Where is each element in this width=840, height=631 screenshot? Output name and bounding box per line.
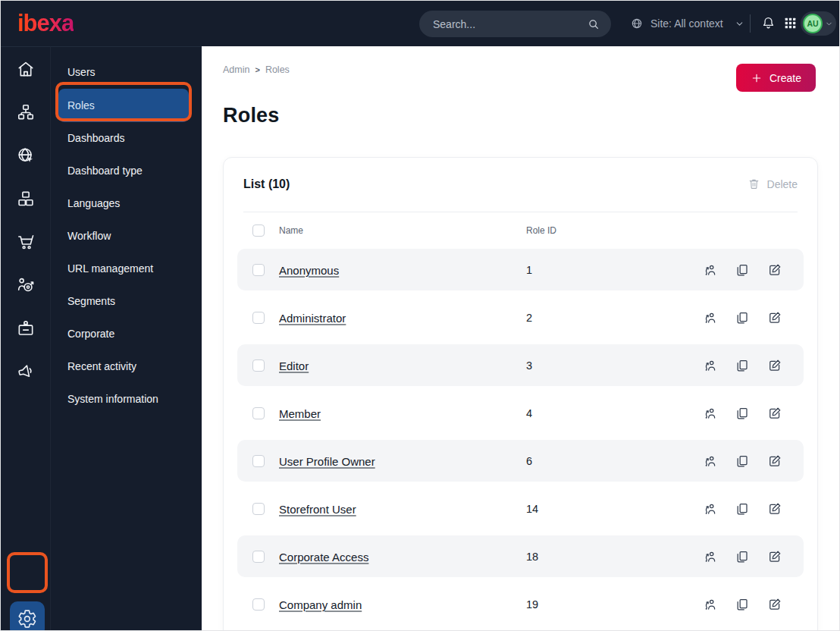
role-name-link[interactable]: Administrator bbox=[279, 311, 346, 324]
assign-user-icon[interactable] bbox=[702, 262, 717, 278]
site-globe-icon bbox=[16, 146, 36, 165]
create-button[interactable]: Create bbox=[736, 64, 816, 92]
search-input[interactable] bbox=[419, 18, 587, 30]
breadcrumb-roles[interactable]: Roles bbox=[265, 64, 290, 75]
menu-item-languages[interactable]: Languages bbox=[51, 187, 202, 220]
rail-item-personalization[interactable] bbox=[1, 263, 51, 306]
menu-item-segments[interactable]: Segments bbox=[51, 285, 202, 318]
edit-icon[interactable] bbox=[767, 262, 782, 278]
global-search[interactable] bbox=[419, 11, 611, 37]
table-row[interactable]: Member 4 bbox=[237, 392, 804, 434]
table-row[interactable]: Corporate Access 18 bbox=[237, 535, 804, 577]
role-id: 4 bbox=[526, 407, 532, 419]
copy-icon[interactable] bbox=[735, 549, 750, 564]
table-row[interactable]: Editor 3 bbox=[237, 344, 804, 386]
home-icon bbox=[16, 59, 36, 79]
role-name-link[interactable]: Editor bbox=[279, 359, 309, 372]
menu-item-recent-activity[interactable]: Recent activity bbox=[51, 350, 202, 383]
menu-item-corporate[interactable]: Corporate bbox=[51, 318, 202, 350]
row-checkbox[interactable] bbox=[252, 359, 265, 372]
assign-user-icon[interactable] bbox=[702, 358, 717, 373]
rail-item-marketing[interactable] bbox=[1, 350, 51, 393]
rail-item-commerce[interactable] bbox=[1, 220, 51, 263]
menu-item-roles[interactable]: Roles bbox=[58, 89, 189, 122]
table-row[interactable]: Storefront User 14 bbox=[237, 488, 804, 529]
site-context-label: Site: All context bbox=[650, 17, 723, 30]
row-actions bbox=[702, 358, 782, 373]
edit-icon[interactable] bbox=[767, 358, 782, 373]
cart-icon bbox=[16, 232, 36, 252]
row-checkbox[interactable] bbox=[252, 551, 265, 563]
rail-item-products[interactable] bbox=[1, 177, 51, 220]
role-name-link[interactable]: Company admin bbox=[279, 598, 362, 611]
rail-item-admin-settings[interactable] bbox=[10, 601, 45, 631]
edit-icon[interactable] bbox=[767, 597, 782, 612]
search-icon[interactable] bbox=[587, 17, 600, 31]
table-row[interactable]: Administrator 2 bbox=[237, 297, 804, 338]
edit-icon[interactable] bbox=[767, 549, 782, 564]
ibexa-logo[interactable]: ibexa bbox=[17, 10, 74, 37]
copy-icon[interactable] bbox=[735, 597, 750, 612]
copy-icon[interactable] bbox=[735, 454, 750, 469]
role-name-link[interactable]: User Profile Owner bbox=[279, 454, 375, 467]
assign-user-icon[interactable] bbox=[702, 597, 717, 612]
breadcrumb-separator: > bbox=[255, 65, 259, 74]
assign-user-icon[interactable] bbox=[702, 310, 717, 325]
avatar[interactable]: AU bbox=[803, 14, 823, 33]
menu-item-dashboards[interactable]: Dashboards bbox=[51, 122, 202, 155]
top-bar: ibexa Site: All context AU bbox=[1, 1, 840, 46]
megaphone-icon bbox=[16, 362, 36, 381]
site-context-selector[interactable]: Site: All context bbox=[630, 11, 744, 36]
select-all-checkbox[interactable] bbox=[252, 224, 265, 237]
table-row[interactable]: User Profile Owner 6 bbox=[237, 440, 804, 482]
role-id: 2 bbox=[526, 312, 532, 324]
copy-icon[interactable] bbox=[735, 358, 750, 373]
role-name-link[interactable]: Anonymous bbox=[279, 263, 339, 276]
assign-user-icon[interactable] bbox=[702, 501, 717, 516]
delete-button[interactable]: Delete bbox=[748, 177, 798, 190]
rail-item-content[interactable] bbox=[1, 90, 51, 133]
menu-item-workflow[interactable]: Workflow bbox=[51, 220, 202, 253]
row-actions bbox=[702, 454, 782, 469]
rail-item-corporate[interactable] bbox=[1, 306, 51, 350]
edit-icon[interactable] bbox=[767, 501, 782, 516]
rail-item-home[interactable] bbox=[1, 47, 51, 90]
row-checkbox[interactable] bbox=[252, 264, 265, 276]
breadcrumb-admin[interactable]: Admin bbox=[223, 64, 249, 75]
table-header: Name Role ID bbox=[237, 212, 804, 249]
assign-user-icon[interactable] bbox=[702, 549, 717, 564]
edit-icon[interactable] bbox=[767, 310, 782, 325]
role-name-link[interactable]: Corporate Access bbox=[279, 550, 368, 563]
assign-user-icon[interactable] bbox=[702, 454, 717, 469]
row-checkbox[interactable] bbox=[252, 503, 265, 515]
edit-icon[interactable] bbox=[767, 454, 782, 469]
user-menu[interactable]: AU bbox=[801, 11, 836, 36]
edit-icon[interactable] bbox=[767, 406, 782, 421]
row-checkbox[interactable] bbox=[252, 312, 265, 324]
copy-icon[interactable] bbox=[735, 310, 750, 325]
menu-item-users[interactable]: Users bbox=[51, 56, 202, 89]
assign-user-icon[interactable] bbox=[702, 406, 717, 421]
copy-icon[interactable] bbox=[735, 501, 750, 516]
page-title: Roles bbox=[223, 104, 280, 127]
role-name-link[interactable]: Member bbox=[279, 407, 321, 419]
row-checkbox[interactable] bbox=[252, 407, 265, 419]
table-row[interactable]: Anonymous 1 bbox=[237, 249, 804, 290]
globe-icon bbox=[630, 17, 644, 30]
copy-icon[interactable] bbox=[735, 406, 750, 421]
app-grid-icon[interactable] bbox=[782, 15, 798, 31]
rail-item-site[interactable] bbox=[1, 133, 51, 177]
role-name-link[interactable]: Storefront User bbox=[279, 502, 356, 515]
menu-item-url-management[interactable]: URL management bbox=[51, 253, 202, 285]
bell-icon[interactable] bbox=[760, 15, 776, 31]
menu-item-dashboard-type[interactable]: Dashboard type bbox=[51, 155, 202, 187]
role-id: 6 bbox=[526, 455, 532, 467]
row-checkbox[interactable] bbox=[252, 455, 265, 467]
row-actions bbox=[702, 406, 782, 421]
role-id: 19 bbox=[526, 598, 538, 611]
row-checkbox[interactable] bbox=[252, 598, 265, 611]
copy-icon[interactable] bbox=[735, 262, 750, 278]
row-actions bbox=[702, 262, 782, 278]
table-row[interactable]: Company admin 19 bbox=[237, 583, 804, 625]
menu-item-system-information[interactable]: System information bbox=[51, 383, 202, 416]
